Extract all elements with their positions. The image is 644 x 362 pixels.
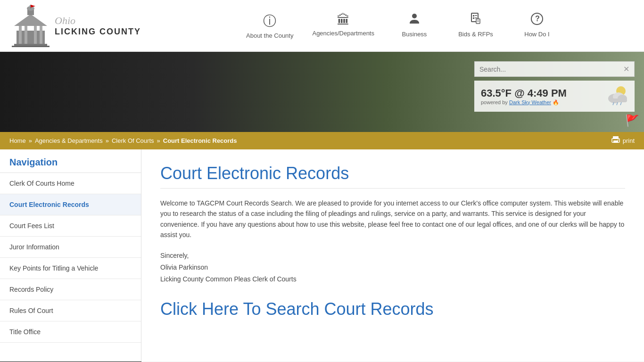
nav-about-label: About the County bbox=[246, 32, 293, 39]
sidebar-item-key-points[interactable]: Key Points for Titling a Vehicle bbox=[0, 258, 141, 279]
svg-rect-17 bbox=[473, 15, 474, 16]
search-bar: ✕ bbox=[474, 61, 635, 77]
sincerely-text: Sincerely, bbox=[160, 250, 625, 262]
nav-howdo[interactable]: ? How Do I bbox=[516, 12, 558, 39]
svg-text:?: ? bbox=[535, 15, 540, 23]
svg-rect-19 bbox=[473, 17, 474, 19]
weather-info: 63.5°F @ 4:49 PM powered by Dark Sky Wea… bbox=[481, 87, 604, 106]
nav-bids[interactable]: Bids & RFPs bbox=[454, 12, 497, 39]
svg-rect-7 bbox=[12, 46, 50, 47]
svg-point-15 bbox=[412, 14, 417, 18]
svg-rect-6 bbox=[14, 44, 47, 46]
breadcrumb-current: Court Electronic Records bbox=[163, 137, 237, 144]
weather-icon bbox=[604, 84, 628, 108]
weather-attribution: powered by Dark Sky Weather 🔥 bbox=[481, 99, 604, 106]
building-icon: 🏛 bbox=[337, 12, 350, 28]
nav-business[interactable]: Business bbox=[393, 12, 436, 39]
breadcrumb-home[interactable]: Home bbox=[9, 137, 26, 144]
author-title: Licking County Common Pleas Clerk of Cou… bbox=[160, 273, 625, 285]
print-button[interactable]: print bbox=[611, 136, 635, 146]
nav-agencies-label: Agencies/Departments bbox=[312, 30, 374, 37]
header: Ohio Licking County ⓘ About the County 🏛… bbox=[0, 0, 644, 52]
svg-rect-4 bbox=[40, 26, 42, 45]
logo-area: Ohio Licking County bbox=[9, 5, 170, 47]
breadcrumb-sep-3: » bbox=[157, 137, 160, 144]
document-icon bbox=[469, 12, 482, 29]
printer-icon bbox=[611, 136, 620, 146]
svg-point-37 bbox=[618, 140, 619, 140]
breadcrumb-agencies[interactable]: Agencies & Departments bbox=[35, 137, 103, 144]
svg-line-33 bbox=[620, 102, 621, 105]
nav-howdo-label: How Do I bbox=[524, 31, 549, 38]
breadcrumb: Home » Agencies & Departments » Clerk Of… bbox=[9, 137, 237, 144]
sidebar-item-rules-of-court[interactable]: Rules Of Court bbox=[0, 300, 141, 321]
sidebar-item-court-electronic-records[interactable]: Court Electronic Records bbox=[0, 194, 141, 215]
sidebar-item-clerk-home[interactable]: Clerk Of Courts Home bbox=[0, 173, 141, 194]
hero-banner: ✕ 63.5°F @ 4:49 PM powered by Dark Sky W… bbox=[0, 52, 644, 132]
svg-rect-1 bbox=[19, 26, 22, 45]
page-title: Court Electronic Records bbox=[160, 164, 625, 189]
sidebar-item-records-policy[interactable]: Records Policy bbox=[0, 279, 141, 300]
flame-icon: 🔥 bbox=[553, 99, 559, 105]
nav-bids-label: Bids & RFPs bbox=[458, 31, 493, 38]
search-records-link[interactable]: Click Here To Search Court Records bbox=[160, 299, 625, 319]
sidebar: Navigation Clerk Of Courts Home Court El… bbox=[0, 149, 141, 362]
print-label: print bbox=[623, 137, 635, 144]
search-close-icon[interactable]: ✕ bbox=[623, 65, 629, 74]
sidebar-item-court-fees[interactable]: Court Fees List bbox=[0, 215, 141, 237]
intro-paragraph: Welcome to TAGCPM Court Records Search. … bbox=[160, 198, 625, 240]
logo-county-text: Licking County bbox=[55, 27, 141, 37]
svg-rect-36 bbox=[613, 140, 618, 143]
breadcrumb-bar: Home » Agencies & Departments » Clerk Of… bbox=[0, 132, 644, 149]
person-icon bbox=[408, 12, 421, 29]
top-navigation: ⓘ About the County 🏛 Agencies/Department… bbox=[170, 12, 635, 39]
nav-about[interactable]: ⓘ About the County bbox=[246, 12, 293, 39]
sidebar-item-juror-info[interactable]: Juror Information bbox=[0, 237, 141, 258]
svg-marker-5 bbox=[14, 14, 47, 26]
hero-overlay: ✕ 63.5°F @ 4:49 PM powered by Dark Sky W… bbox=[474, 61, 635, 112]
sidebar-nav-title: Navigation bbox=[0, 149, 141, 173]
author-name: Olivia Parkinson bbox=[160, 262, 625, 273]
svg-rect-3 bbox=[34, 26, 37, 45]
search-input[interactable] bbox=[479, 66, 623, 73]
dark-sky-link[interactable]: Dark Sky Weather bbox=[509, 99, 551, 105]
main-layout: Navigation Clerk Of Courts Home Court El… bbox=[0, 149, 644, 362]
courthouse-logo bbox=[9, 5, 52, 47]
svg-rect-21 bbox=[476, 19, 480, 24]
question-icon: ? bbox=[530, 12, 544, 29]
content-area: Court Electronic Records Welcome to TAGC… bbox=[141, 149, 644, 362]
sidebar-item-title-office[interactable]: Title Office bbox=[0, 321, 141, 343]
nav-business-label: Business bbox=[402, 31, 427, 38]
weather-widget: 63.5°F @ 4:49 PM powered by Dark Sky Wea… bbox=[474, 81, 635, 112]
breadcrumb-clerk[interactable]: Clerk Of Courts bbox=[112, 137, 154, 144]
svg-rect-2 bbox=[25, 26, 27, 45]
weather-temperature: 63.5°F @ 4:49 PM bbox=[481, 87, 604, 99]
powered-by-label: powered by bbox=[481, 99, 508, 105]
breadcrumb-sep-1: » bbox=[29, 137, 32, 144]
signature-block: Sincerely, Olivia Parkinson Licking Coun… bbox=[160, 250, 625, 286]
logo-text: Ohio Licking County bbox=[55, 15, 141, 37]
nav-agencies[interactable]: 🏛 Agencies/Departments bbox=[312, 12, 374, 39]
info-icon: ⓘ bbox=[263, 12, 276, 30]
svg-rect-30 bbox=[610, 99, 627, 102]
breadcrumb-sep-2: » bbox=[106, 137, 109, 144]
logo-ohio-text: Ohio bbox=[55, 15, 141, 27]
flag-decoration: 🚩 bbox=[625, 114, 639, 127]
